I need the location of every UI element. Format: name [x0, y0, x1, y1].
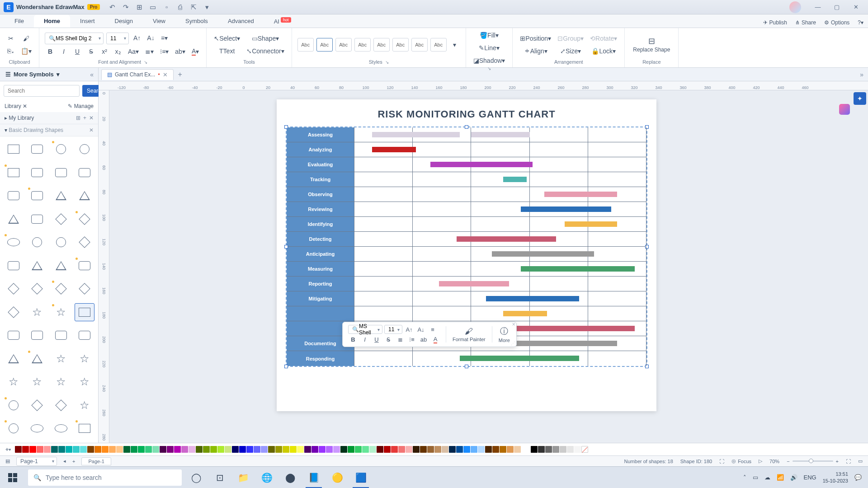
- color-swatch[interactable]: [217, 446, 224, 453]
- color-swatch[interactable]: [574, 446, 581, 453]
- shape-search-input[interactable]: [4, 85, 80, 97]
- rotate-menu[interactable]: ⟲ Rotate▾: [588, 33, 619, 44]
- color-swatch[interactable]: [514, 446, 521, 453]
- shape-stencil[interactable]: [27, 280, 47, 298]
- shape-stencil[interactable]: [51, 326, 71, 344]
- menu-tab-symbols[interactable]: Symbols: [175, 15, 218, 28]
- tray-notifications-icon[interactable]: 💬: [854, 474, 862, 481]
- tray-volume-icon[interactable]: 🔊: [790, 474, 797, 481]
- style-swatch[interactable]: Abc: [392, 38, 409, 52]
- publish-button[interactable]: ✈ Publish: [763, 19, 787, 26]
- shape-stencil[interactable]: [4, 303, 24, 321]
- float-spacing[interactable]: ≣: [395, 335, 405, 344]
- color-swatch[interactable]: [167, 446, 174, 453]
- shape-stencil[interactable]: [75, 257, 94, 275]
- my-library-toggle[interactable]: ▸ My Library: [5, 115, 34, 121]
- selection-handle[interactable]: [284, 365, 288, 368]
- shape-stencil[interactable]: [27, 164, 47, 182]
- color-swatch[interactable]: [507, 446, 514, 453]
- color-swatch[interactable]: [545, 446, 552, 453]
- close-button[interactable]: ✕: [847, 2, 864, 13]
- cut-button[interactable]: ✂: [5, 33, 16, 44]
- qat-more[interactable]: ▾: [203, 3, 211, 11]
- color-swatch[interactable]: [304, 446, 311, 453]
- color-swatch[interactable]: [567, 446, 574, 453]
- color-swatch[interactable]: [246, 446, 253, 453]
- lib-close-icon[interactable]: ✕: [89, 115, 94, 121]
- color-swatch[interactable]: [413, 446, 420, 453]
- color-swatch[interactable]: [123, 446, 130, 453]
- shape-stencil[interactable]: [4, 280, 24, 298]
- color-swatch[interactable]: [538, 446, 545, 453]
- bullet-list-button[interactable]: ⁝≡▾: [158, 46, 170, 57]
- float-close[interactable]: ×: [512, 321, 515, 328]
- library-label[interactable]: Library ✕: [5, 103, 27, 109]
- edge-icon[interactable]: 🌐: [255, 467, 278, 488]
- export-button[interactable]: ⇱: [189, 3, 198, 11]
- font-launcher[interactable]: ↘: [144, 60, 147, 65]
- highlight-button[interactable]: ab▾: [173, 46, 187, 57]
- color-swatch[interactable]: [73, 446, 80, 453]
- shape-stencil[interactable]: [4, 326, 24, 344]
- share-button[interactable]: ⋔ Share: [795, 19, 816, 26]
- color-swatch[interactable]: [478, 446, 485, 453]
- shape-tool[interactable]: ▭ Shape▾: [245, 33, 286, 44]
- gantt-bar[interactable]: [515, 341, 617, 346]
- app-icon[interactable]: 🟡: [326, 467, 349, 488]
- add-page[interactable]: +: [72, 459, 75, 464]
- new-button[interactable]: ⊞: [135, 3, 143, 11]
- lock-menu[interactable]: 🔒 Lock▾: [588, 46, 619, 56]
- color-swatch[interactable]: [456, 446, 463, 453]
- replace-shape-button[interactable]: ⊟Replace Shape: [630, 34, 673, 55]
- lib-expand-icon[interactable]: ⊞: [76, 115, 80, 121]
- color-swatch[interactable]: [58, 446, 65, 453]
- shape-stencil[interactable]: ☆: [51, 303, 71, 321]
- menu-tab-home[interactable]: Home: [34, 15, 70, 28]
- zoom-out[interactable]: −: [787, 459, 789, 464]
- fill-menu[interactable]: 🪣 Fill▾: [472, 30, 507, 41]
- menu-tab-view[interactable]: View: [143, 15, 175, 28]
- color-swatch[interactable]: [102, 446, 108, 453]
- style-swatch[interactable]: Abc: [297, 38, 314, 52]
- format-painter-button[interactable]: 🖌: [19, 33, 33, 44]
- shape-stencil[interactable]: [4, 164, 24, 182]
- gantt-bar[interactable]: [503, 311, 547, 316]
- color-swatch[interactable]: [29, 446, 36, 453]
- shape-stencil[interactable]: [27, 326, 47, 344]
- shape-stencil[interactable]: ☆: [51, 350, 71, 368]
- float-bold[interactable]: B: [348, 335, 358, 344]
- color-swatch[interactable]: [131, 446, 137, 453]
- menu-tab-ai[interactable]: AIhot: [264, 15, 301, 28]
- color-swatch[interactable]: [268, 446, 275, 453]
- right-panel-collapse[interactable]: »: [860, 71, 863, 78]
- float-more[interactable]: ⓘMore: [496, 325, 513, 344]
- menu-tab-insert[interactable]: Insert: [70, 15, 105, 28]
- shadow-menu[interactable]: ◪ Shadow▾: [472, 55, 507, 66]
- font-size-select[interactable]: 11: [106, 33, 129, 44]
- document-tab[interactable]: ▤Gantt Chart Ex... • ✕: [101, 69, 174, 80]
- tray-chevron[interactable]: ˄: [743, 474, 746, 481]
- color-swatch[interactable]: [485, 446, 492, 453]
- float-highlight[interactable]: ab: [419, 335, 429, 344]
- menu-tab-file[interactable]: File: [5, 15, 34, 28]
- page-view-icon[interactable]: ▤: [5, 458, 10, 464]
- color-swatch[interactable]: [22, 446, 29, 453]
- shape-stencil[interactable]: [51, 419, 71, 437]
- color-swatch[interactable]: [160, 446, 166, 453]
- save-button[interactable]: ▫: [162, 3, 170, 11]
- font-color-button[interactable]: A▾: [190, 46, 201, 57]
- gantt-bar[interactable]: [492, 251, 594, 257]
- shape-stencil[interactable]: ☆: [27, 373, 47, 391]
- page-width-icon[interactable]: ▭: [858, 458, 863, 464]
- shape-stencil[interactable]: [75, 140, 94, 158]
- gantt-bar[interactable]: [457, 236, 556, 242]
- tray-battery-icon[interactable]: ▭: [753, 474, 758, 481]
- shape-stencil[interactable]: [75, 326, 94, 344]
- shape-stencil[interactable]: [4, 350, 24, 368]
- gantt-bar[interactable]: [486, 296, 580, 301]
- shape-stencil[interactable]: ☆: [75, 373, 94, 391]
- shape-stencil[interactable]: [27, 187, 47, 205]
- shape-stencil[interactable]: [51, 187, 71, 205]
- align-menu[interactable]: ≡▾: [159, 33, 170, 43]
- task-view[interactable]: ◯: [184, 467, 208, 488]
